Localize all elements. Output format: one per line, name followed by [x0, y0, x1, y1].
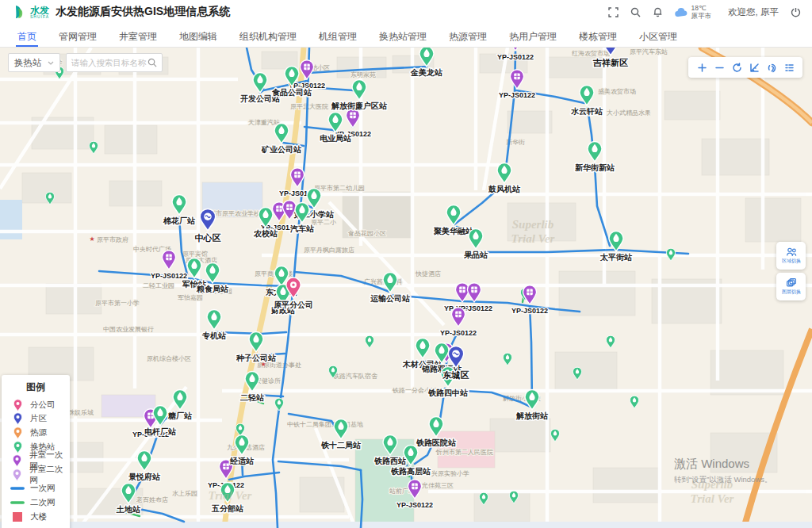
tab-6[interactable]: 机组管理 [308, 24, 368, 47]
legend-pin-icon [13, 441, 23, 453]
place-label: 原机综合楼小区 [147, 355, 191, 362]
legend-pin-icon [12, 454, 22, 467]
station-label: 果品站 [463, 251, 488, 259]
station-label: 水云轩站 [570, 107, 603, 116]
tab-2[interactable]: 管网管理 [48, 24, 108, 47]
place-label: 二轻工业园 [143, 282, 174, 289]
zoom-in-button[interactable] [693, 57, 710, 78]
station-label: 五分部站 [211, 504, 244, 513]
place-label: 原平丹枫白露旅店 [304, 247, 354, 254]
legend-pin-icon [13, 427, 23, 439]
reset-view-icon [732, 63, 742, 73]
legend-line-icon [10, 486, 25, 491]
legend-item: 大楼 [2, 510, 70, 524]
station-label: 解放街廉户区站 [331, 101, 388, 110]
trial-watermark: Superlib [512, 218, 554, 231]
page-title: 水发能源盾安供热GIS地理信息系统 [56, 5, 230, 19]
place-label: 兴原实验小学 [431, 470, 469, 477]
well-label: YP-JS0122 [396, 501, 433, 509]
search-category-value: 换热站 [14, 57, 42, 69]
tab-10[interactable]: 楼栋管理 [568, 24, 628, 47]
logo-subtext: SHUIFA [30, 15, 49, 19]
tab-9[interactable]: 热用户管理 [498, 24, 568, 47]
map-toolbar [688, 57, 802, 78]
reset-view-button[interactable] [728, 57, 745, 78]
place-label: 原平市政府 [97, 236, 128, 243]
poi-star-icon: ★ [89, 235, 94, 243]
station-label: 太平街站 [599, 253, 633, 262]
legend-square-icon [13, 512, 22, 522]
weather-city: 原平市 [691, 12, 712, 20]
temperature: 18℃ [691, 4, 712, 12]
layer-list-button[interactable] [780, 57, 798, 78]
legend-item-label: 热源 [30, 427, 47, 438]
place-label: 原平北大医院 [290, 103, 328, 110]
tab-5[interactable]: 组织机构管理 [228, 24, 308, 47]
station-label: 新华街新站 [574, 163, 615, 172]
measure-icon [749, 63, 760, 73]
legend-item-label: 大楼 [30, 511, 47, 522]
station-label: 聚美华融站 [433, 227, 474, 235]
trial-watermark: Trial Ver [511, 232, 555, 245]
logo-text: 水发 [30, 6, 49, 15]
area-switch-button[interactable]: 区域切换 [776, 242, 806, 270]
zoom-out-button[interactable] [710, 57, 728, 78]
well-label: YP-JS0122 [499, 91, 535, 99]
station-label: 食品公司站 [271, 88, 312, 97]
place-label: 原平市第一小学 [95, 300, 140, 307]
map-canvas[interactable]: 原平实验中学团结小区东明家苑原平北大医院天津重汽站红海农贸市场原平汽车东站盛美农… [0, 48, 812, 528]
search-input-box [66, 53, 163, 72]
station-label: 糖厂站 [167, 411, 193, 420]
gis-map[interactable]: 原平实验中学团结小区东明家苑原平北大医院天津重汽站红海农贸市场原平汽车东站盛美农… [0, 48, 812, 528]
station-label: 金美龙站 [410, 68, 443, 77]
tab-8[interactable]: 热源管理 [438, 24, 498, 47]
station-label: 运输公司站 [370, 294, 411, 303]
layer-list-icon [784, 63, 795, 73]
station-label: 二轻站 [240, 393, 265, 402]
place-label: 铁路汽车队宿舍 [332, 373, 377, 380]
map-legend: 图例 分公司片区热源换热站井室一次网井室二次网一次网二次网大楼 [2, 375, 70, 528]
station-label: 铁路西站 [373, 457, 407, 465]
notification-bell-icon[interactable] [653, 6, 663, 17]
tab-7[interactable]: 换热站管理 [368, 24, 438, 47]
well-label: YP-JS0122 [511, 307, 548, 315]
layers-icon [786, 277, 797, 288]
place-label: 食品花园小区 [347, 230, 386, 237]
users-icon [786, 247, 797, 257]
search-input[interactable] [71, 58, 147, 67]
search-icon[interactable] [630, 7, 641, 17]
place-label: 水上乐园 [172, 490, 197, 497]
legend-item: 分公司 [2, 398, 70, 412]
station-label: 铁十二局站 [320, 441, 362, 450]
well-label: YP-JS0122 [497, 53, 534, 61]
tab-4[interactable]: 地图编辑 [168, 24, 228, 47]
district-label: 中心区 [195, 233, 221, 243]
station-label: 专机站 [201, 331, 227, 340]
place-label: 军怡嘉园 [178, 294, 203, 301]
tab-3[interactable]: 井室管理 [108, 24, 168, 47]
legend-item: 井室二次网 [2, 468, 70, 482]
fullscreen-icon[interactable] [608, 7, 619, 17]
measure-button[interactable] [745, 57, 763, 78]
station-label: 种子公司站 [236, 354, 277, 362]
district-label: 东城区 [442, 370, 469, 380]
station-label: 棉花厂站 [163, 216, 196, 225]
place-label: 盛美农贸市场 [598, 88, 636, 95]
station-label: 解放街站 [515, 411, 549, 420]
place-label: 原平市第二幼儿园 [314, 185, 365, 192]
station-label: 矿业公司站 [261, 145, 302, 154]
legend-title: 图例 [2, 381, 70, 394]
place-label: 原平汽车东站 [630, 48, 668, 55]
logout-power-icon[interactable] [791, 7, 801, 17]
layer-switch-button[interactable]: 图层切换 [776, 273, 806, 300]
place-label: 忻州市第二人民医院 [435, 449, 493, 456]
app-header: 水发 SHUIFA 水发能源盾安供热GIS地理信息系统 18 [0, 0, 812, 24]
tab-1[interactable]: 首页 [6, 24, 48, 47]
tab-11[interactable]: 小区管理 [628, 24, 688, 47]
search-submit-icon[interactable] [147, 58, 157, 67]
place-label: 老百姓布店 [136, 496, 168, 503]
search-category-select[interactable]: 换热站 [8, 53, 60, 72]
roam-button[interactable] [763, 57, 780, 78]
zoom-in-icon [697, 63, 707, 73]
station-label: 电业局站 [320, 134, 352, 143]
